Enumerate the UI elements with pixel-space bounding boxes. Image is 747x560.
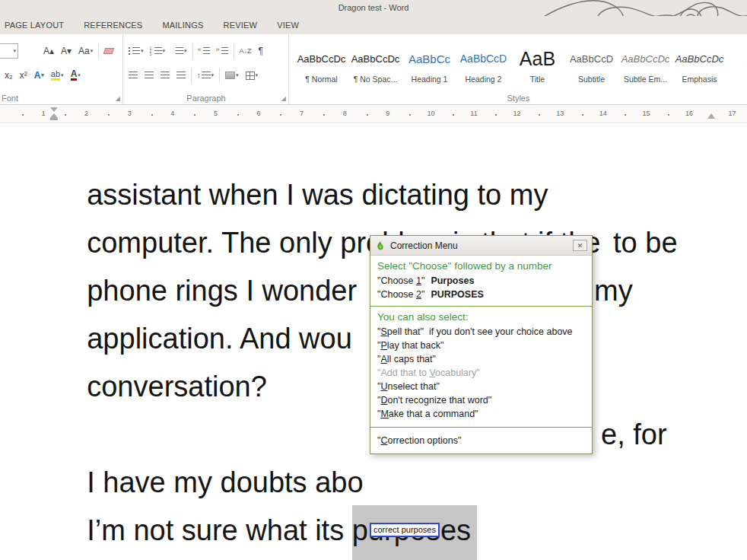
- ruler-tick: [367, 114, 368, 116]
- style-subtitle[interactable]: AaBbCcD Subtitle: [564, 39, 618, 94]
- decrease-indent-button[interactable]: [197, 46, 211, 56]
- tab-page-layout[interactable]: PAGE LAYOUT: [5, 21, 64, 30]
- left-indent-marker[interactable]: [50, 107, 58, 121]
- ruler-number: 16: [685, 110, 693, 117]
- align-center-button[interactable]: [143, 71, 155, 80]
- justify-button[interactable]: [175, 71, 187, 80]
- menu-item-add-to-vocabulary: "Add that to Vocabulary": [377, 366, 585, 380]
- dragon-correct-overlay[interactable]: correct purposes: [370, 523, 440, 537]
- sort-button[interactable]: A↓Z: [238, 46, 253, 56]
- align-center-icon: [145, 72, 154, 79]
- align-right-icon: [161, 72, 170, 79]
- horizontal-ruler: 1234567891011121314151617: [0, 106, 747, 123]
- ruler-tick: [539, 114, 540, 116]
- close-icon[interactable]: ✕: [573, 240, 587, 251]
- menu-item-play-that-back[interactable]: "Play that back": [377, 339, 585, 352]
- clear-formatting-button[interactable]: [103, 47, 115, 55]
- subscript-button[interactable]: x₂: [3, 69, 14, 81]
- style-name: Heading 1: [405, 75, 454, 84]
- chevron-down-icon: ▾: [163, 48, 166, 54]
- align-left-button[interactable]: [127, 71, 139, 80]
- ruler-tick: [625, 114, 626, 116]
- document-text: I’m not sure what its: [87, 514, 351, 546]
- right-indent-marker[interactable]: [707, 113, 715, 119]
- correction-menu: Correction Menu ✕ Select "Choose" follow…: [370, 235, 593, 454]
- ruler-number: 9: [386, 110, 389, 117]
- grow-font-button[interactable]: A▴: [42, 45, 56, 57]
- ruler-tick: [453, 114, 454, 116]
- borders-grid-icon: [246, 72, 255, 80]
- ruler-number: 2: [84, 110, 88, 117]
- bullets-button[interactable]: ▾: [127, 46, 145, 56]
- indent-icon: [217, 47, 228, 55]
- menu-item-spell-that[interactable]: "Spell that" if you don't see your choic…: [377, 325, 585, 339]
- increase-indent-button[interactable]: [215, 46, 230, 56]
- ruler-number: 4: [170, 110, 174, 117]
- ribbon-group-font: ▾ A▴ A▾ Aa ▾ x₂ x² A ▾ ab ▾ A: [0, 34, 123, 104]
- correction-choices-section: Select "Choose" followed by a number "Ch…: [370, 256, 592, 307]
- font-dialog-launcher-button[interactable]: ◢: [116, 96, 120, 102]
- style-sample: AaBbCcDc: [675, 43, 724, 75]
- style-emphasis[interactable]: AaBbCcDc Emphasis: [672, 39, 726, 94]
- style-title[interactable]: AaB Title: [510, 39, 564, 94]
- menu-item-unselect-that[interactable]: "Unselect that": [377, 380, 585, 393]
- tab-view[interactable]: VIEW: [277, 21, 299, 30]
- menu-item-make-that-a-command[interactable]: "Make that a command": [377, 407, 585, 421]
- tab-references[interactable]: REFERENCES: [84, 21, 142, 30]
- chevron-down-icon: ▾: [78, 72, 81, 78]
- style-heading-1[interactable]: AaBbCc Heading 1: [402, 39, 456, 94]
- style-heading-2[interactable]: AaBbCcD Heading 2: [456, 39, 510, 94]
- menu-item-choose-2[interactable]: "Choose 2"PURPOSES: [377, 288, 585, 301]
- text-highlight-button[interactable]: ab ▾: [49, 69, 65, 81]
- paragraph-dialog-launcher-button[interactable]: ◢: [281, 96, 286, 102]
- tab-mailings[interactable]: MAILINGS: [162, 21, 203, 30]
- style-subtle-emphasis[interactable]: AaBbCcDc Subtle Em...: [618, 39, 672, 94]
- line-spacing-button[interactable]: ↕ ▾: [195, 71, 215, 80]
- menu-item-all-caps-that[interactable]: "All caps that": [377, 352, 585, 366]
- change-case-icon: Aa: [78, 46, 90, 56]
- document-text-line: assistant when I was dictating to my: [0, 123, 747, 171]
- ruler-tick: [409, 114, 411, 116]
- menu-item-correction-options[interactable]: "Correction options": [377, 434, 585, 447]
- menu-item-choose-1[interactable]: "Choose 1"Purposes: [377, 274, 585, 288]
- ruler-tick: [495, 114, 497, 116]
- font-size-combo[interactable]: ▾: [0, 43, 18, 59]
- numbering-button[interactable]: ▾: [149, 46, 167, 56]
- font-color-button[interactable]: A ▾: [69, 69, 82, 81]
- multilevel-list-button[interactable]: ▾: [170, 46, 189, 56]
- window-titlebar: Dragon test - Word: [0, 0, 747, 16]
- change-case-button[interactable]: Aa ▾: [77, 45, 94, 57]
- show-formatting-marks-button[interactable]: ¶: [257, 45, 265, 57]
- style-intense-emphasis[interactable]: Aa Inte: [726, 39, 747, 94]
- eraser-icon: [103, 48, 115, 54]
- shading-button[interactable]: ▾: [224, 71, 240, 80]
- style-sample: AaBbCcD: [567, 43, 616, 75]
- shrink-font-button[interactable]: A▾: [59, 45, 73, 57]
- document-text: to be: [613, 219, 678, 267]
- tab-review[interactable]: REVIEW: [224, 21, 258, 30]
- chevron-down-icon: ▾: [211, 72, 215, 78]
- superscript-button[interactable]: x²: [18, 69, 29, 81]
- divider: [219, 68, 220, 83]
- style-no-spacing[interactable]: AaBbCcDc ¶ No Spac...: [348, 39, 402, 94]
- font-group-label: Font: [0, 94, 122, 103]
- outdent-icon: [199, 47, 210, 55]
- chevron-down-icon: ▾: [141, 48, 144, 54]
- style-sample: AaB: [513, 43, 562, 75]
- menu-item-dont-recognize[interactable]: "Don't recognize that word": [377, 393, 585, 407]
- style-normal[interactable]: AaBbCcDc ¶ Normal: [294, 39, 348, 94]
- ruler-number: 15: [642, 110, 650, 117]
- ruler-tick: [237, 114, 239, 116]
- style-name: Emphasis: [675, 75, 724, 84]
- style-name: ¶ No Spac...: [351, 75, 400, 84]
- divider: [191, 68, 192, 83]
- font-color-icon: A: [71, 70, 78, 81]
- text-effects-button[interactable]: A ▾: [33, 69, 46, 81]
- highlighter-icon: ab: [51, 70, 60, 81]
- chevron-down-icon: ▾: [236, 72, 239, 78]
- ruler-number: 17: [729, 110, 736, 117]
- align-right-button[interactable]: [159, 71, 171, 80]
- ruler-tick: [280, 114, 281, 116]
- borders-button[interactable]: ▾: [244, 71, 260, 81]
- ruler-tick: [323, 114, 325, 116]
